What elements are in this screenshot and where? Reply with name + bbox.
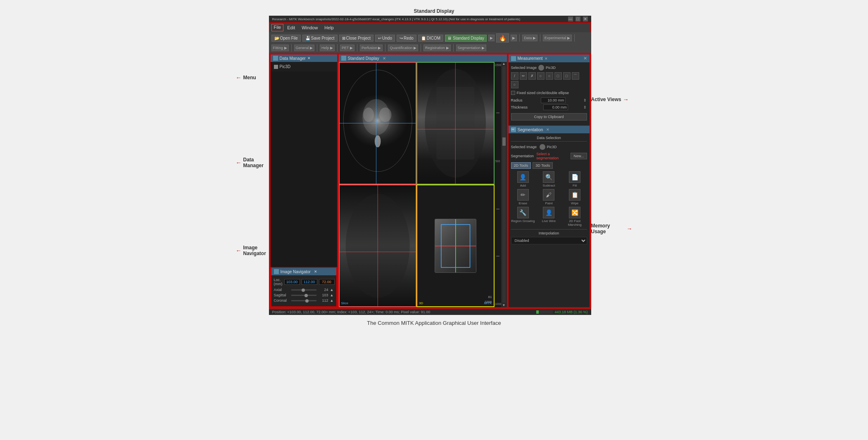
navigator-close[interactable]: ✕	[314, 270, 317, 274]
data-menu-btn[interactable]: Data ▶	[522, 35, 537, 41]
tool-wipe[interactable]: 📋 Wipe	[563, 189, 587, 205]
interpolation-select[interactable]: Disabled	[511, 237, 587, 244]
fill-label: Fill	[573, 184, 577, 187]
tab-3d-tools[interactable]: 3D Tools	[533, 162, 553, 169]
tool-live-wire[interactable]: 👤 Live Wire	[537, 207, 561, 227]
sagittal-value: 103	[318, 293, 328, 297]
tool-pointer[interactable]: /	[511, 72, 518, 80]
axial-spin-up[interactable]: ▲	[330, 288, 334, 292]
subtract-icon: 🔍	[543, 171, 554, 183]
scroll-thumb[interactable]	[502, 137, 506, 146]
standard-display-tab[interactable]: Standard Display	[348, 56, 379, 61]
help-menu-btn[interactable]: Help ▶	[320, 45, 335, 51]
coronal-view[interactable]: Slice	[339, 185, 417, 307]
3d-svg	[435, 219, 476, 273]
tool-circle1[interactable]: ○	[537, 72, 545, 80]
copy-to-clipboard-btn[interactable]: Copy to Clipboard	[511, 113, 587, 121]
sagittal-view[interactable]	[416, 62, 495, 185]
sagittal-slider[interactable]	[291, 295, 316, 296]
3d-view[interactable]: MITK 3D 81 2206	[416, 185, 495, 307]
coronal-slider[interactable]	[291, 300, 316, 301]
scale-tick-2	[496, 209, 499, 209]
selected-image-label: Selected Image	[511, 66, 537, 70]
tool-paint[interactable]: 🖌 Paint	[537, 189, 561, 205]
icon-btn[interactable]: 🔥	[496, 33, 509, 43]
tool-subtract[interactable]: 🔍 Subtract	[537, 171, 561, 187]
measurement-close-btn[interactable]: ✕	[583, 56, 587, 61]
thickness-input[interactable]	[543, 104, 568, 110]
close-btn[interactable]: ✕	[583, 17, 588, 21]
fitting-menu-btn[interactable]: Fitting ▶	[271, 45, 289, 51]
seg-icon: ✂	[511, 127, 516, 132]
sagittal-thumb	[304, 294, 308, 297]
minimize-btn[interactable]: —	[568, 17, 573, 21]
tool-add[interactable]: 👤 Add	[511, 171, 535, 187]
experimental-menu-btn[interactable]: Experimental ▶	[543, 35, 572, 41]
paint-icon: 🖌	[543, 189, 554, 201]
open-file-btn[interactable]: 📂 Open File	[271, 35, 301, 42]
standard-display-btn[interactable]: 🖥 Standard Display	[445, 35, 487, 42]
3d-val-1: 81	[488, 295, 492, 299]
tool-fill[interactable]: 📄 Fill	[563, 171, 587, 187]
radius-spin[interactable]: ⇕	[583, 98, 587, 102]
fixed-size-checkbox[interactable]	[511, 91, 515, 95]
sagittal-spin-up[interactable]: ▲	[330, 293, 334, 297]
tool-circle3[interactable]: ○	[511, 81, 518, 88]
list-item[interactable]: Pic3D	[272, 64, 335, 70]
tool-cross[interactable]: ✗	[528, 72, 536, 80]
loc-z-input[interactable]	[319, 279, 335, 285]
loc-row: Loc. (mm)	[274, 278, 334, 286]
save-project-btn[interactable]: 💾 Save Project	[302, 35, 338, 42]
restore-btn[interactable]: □	[575, 17, 580, 21]
menu-item-help[interactable]: Help	[321, 24, 337, 31]
undo-btn[interactable]: ↩ Undo	[375, 35, 395, 42]
display-tab-close[interactable]: ✕	[383, 56, 386, 61]
menu-item-edit[interactable]: Edit	[284, 24, 298, 31]
pet-menu-btn[interactable]: PET ▶	[340, 45, 354, 51]
quantification-menu-btn[interactable]: Quantification ▶	[388, 45, 418, 51]
tool-rect1[interactable]: □	[554, 72, 562, 80]
scroll-down-btn[interactable]: ▼	[502, 303, 506, 307]
redo-icon: ↪	[400, 36, 403, 40]
icon-arrow-btn[interactable]: ▶	[511, 35, 517, 41]
thickness-spin[interactable]: ⇕	[583, 105, 587, 109]
tool-erase[interactable]: ✏ Erase	[511, 189, 535, 205]
tool-fast-marching[interactable]: 🔀 2D Fast Marching	[563, 207, 587, 227]
vertical-scrollbar[interactable]: ▲ ▼	[501, 62, 507, 307]
measurement-panel: Measurement ✕ ✕ Selected Image Pic3D /	[509, 54, 590, 126]
loc-y-input[interactable]	[302, 279, 317, 285]
segmentation-menu-btn[interactable]: Segmentation ▶	[456, 45, 486, 51]
scroll-up-btn[interactable]: ▲	[502, 62, 506, 66]
tool-rect2[interactable]: □	[563, 72, 571, 80]
3d-label: 3D	[419, 301, 423, 305]
coronal-spin-up[interactable]: ▲	[330, 298, 334, 303]
tool-icons-row: / ✏ ✗ ○ ○ □ □ ⌒ ○	[511, 72, 587, 88]
axial-view[interactable]	[339, 62, 417, 185]
seg-new-btn[interactable]: New...	[571, 153, 587, 159]
tool-region-growing[interactable]: 🔧 Region Growing	[511, 207, 535, 227]
toolbar-arrow-btn[interactable]: ▶	[488, 35, 495, 41]
center-panel: Standard Display ✕	[338, 54, 508, 308]
tool-arc[interactable]: ⌒	[572, 72, 579, 80]
axial-slider[interactable]	[291, 289, 316, 291]
registration-menu-btn[interactable]: Registration ▶	[423, 45, 451, 51]
measurement-tab-close: ✕	[545, 57, 548, 61]
menu-item-window[interactable]: Window	[299, 24, 321, 31]
dicom-btn[interactable]: 📋 DICOM	[418, 35, 443, 42]
tool-circle2[interactable]: ○	[546, 72, 553, 80]
menu-item-file[interactable]: File	[271, 24, 284, 31]
loc-x-input[interactable]	[284, 279, 300, 285]
tool-draw[interactable]: ✏	[520, 72, 527, 80]
close-project-btn[interactable]: ⊠ Close Project	[339, 35, 373, 42]
data-manager-icon	[273, 56, 278, 61]
seg-tab-close[interactable]: ✕	[546, 128, 549, 132]
close-icon: ⊠	[342, 36, 345, 40]
sagittal-svg	[417, 63, 494, 184]
redo-btn[interactable]: ↪ Redo	[397, 35, 416, 42]
general-menu-btn[interactable]: General ▶	[294, 45, 315, 51]
tab-2d-tools[interactable]: 2D Tools	[511, 162, 531, 169]
data-manager-close[interactable]: ✕	[307, 56, 311, 60]
radius-input[interactable]	[541, 97, 566, 103]
thickness-row: Thickness ⇕	[511, 104, 587, 110]
perfusion-menu-btn[interactable]: Perfusion ▶	[360, 45, 383, 51]
